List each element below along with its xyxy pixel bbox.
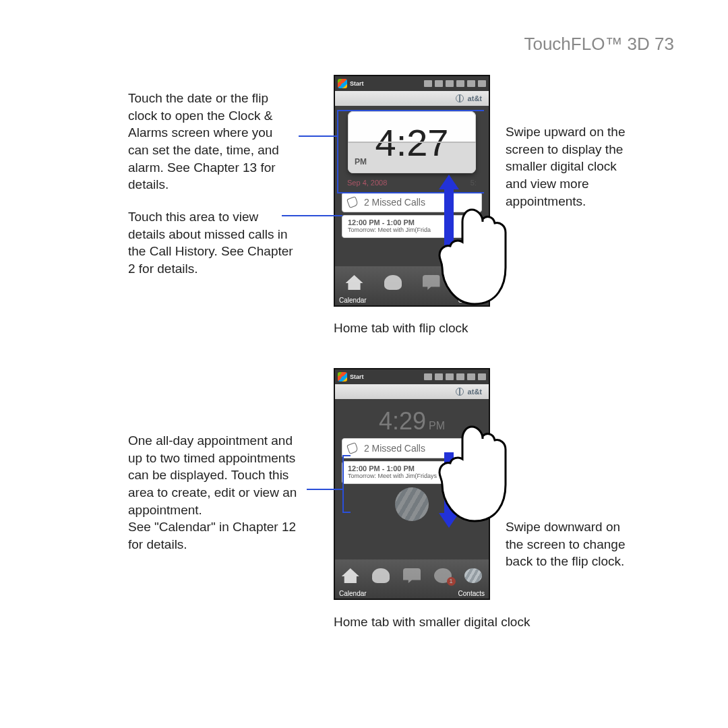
page-body: Touch the date or the flip clock to open… bbox=[54, 75, 674, 681]
carrier-label: at&t bbox=[468, 94, 482, 102]
dock-label-left[interactable]: Calendar bbox=[339, 297, 367, 304]
status-icon bbox=[478, 80, 486, 87]
mail-tab-icon[interactable] bbox=[403, 568, 421, 583]
missed-call-icon bbox=[346, 196, 359, 208]
leader-line bbox=[282, 215, 342, 216]
leader-line bbox=[342, 512, 351, 513]
status-bar: Start bbox=[335, 369, 489, 384]
leader-line bbox=[342, 455, 351, 456]
home-tab-icon[interactable] bbox=[342, 568, 359, 583]
home-tab-icon[interactable] bbox=[346, 275, 363, 290]
missed-call-icon bbox=[346, 442, 359, 454]
caption-digital-clock: Home tab with smaller digital clock bbox=[334, 613, 563, 631]
dock-label-right[interactable]: Contacts bbox=[458, 590, 485, 597]
tab-dock: 1 Calendar Contacts bbox=[335, 559, 489, 599]
people-tab-icon[interactable] bbox=[384, 275, 402, 290]
callout-missed-text: Touch this area to view details about mi… bbox=[128, 208, 297, 278]
badge: 1 bbox=[447, 577, 456, 586]
start-label: Start bbox=[350, 80, 364, 87]
start-label: Start bbox=[350, 373, 364, 380]
windows-icon bbox=[338, 79, 347, 88]
callout-swipe-up-text: Swipe upward on the screen to display th… bbox=[506, 123, 640, 210]
leader-line bbox=[299, 135, 338, 137]
leader-line bbox=[307, 489, 344, 490]
status-icon bbox=[424, 80, 432, 87]
caption-flip-clock: Home tab with flip clock bbox=[334, 320, 509, 337]
carrier-label: at&t bbox=[468, 388, 482, 396]
status-icon bbox=[424, 373, 432, 380]
callout-clock-text: Touch the date or the flip clock to open… bbox=[128, 90, 297, 193]
callout-appt-text: One all-day appointment and up to two ti… bbox=[128, 432, 303, 553]
att-globe-icon bbox=[456, 388, 464, 396]
status-icon bbox=[467, 373, 475, 380]
missed-calls-text: 2 Missed Calls bbox=[364, 443, 425, 454]
status-icon bbox=[456, 80, 464, 87]
status-icon bbox=[456, 373, 464, 380]
status-bar: Start bbox=[335, 76, 489, 91]
leader-frame bbox=[337, 110, 484, 193]
status-icon bbox=[435, 373, 443, 380]
att-globe-icon bbox=[456, 94, 464, 102]
status-icon bbox=[435, 80, 443, 87]
digital-clock-time: 4:29 bbox=[379, 407, 426, 435]
status-icon bbox=[446, 80, 454, 87]
messages-tab-icon[interactable]: 1 bbox=[434, 568, 452, 583]
status-icon bbox=[446, 373, 454, 380]
people-tab-icon[interactable] bbox=[372, 568, 390, 583]
page-header: TouchFLO™ 3D 73 bbox=[54, 34, 674, 55]
hand-icon bbox=[431, 413, 512, 535]
windows-icon bbox=[338, 372, 347, 382]
att-tab-icon[interactable] bbox=[464, 568, 482, 583]
status-icon bbox=[478, 373, 486, 380]
status-icon bbox=[467, 80, 475, 87]
missed-calls-text: 2 Missed Calls bbox=[364, 197, 425, 208]
callout-swipe-down-text: Swipe downward on the screen to change b… bbox=[506, 518, 640, 570]
carrier-bar: at&t bbox=[335, 91, 489, 106]
leader-line bbox=[342, 455, 344, 513]
dock-label-left[interactable]: Calendar bbox=[339, 590, 367, 597]
hand-icon bbox=[431, 196, 512, 317]
carrier-bar: at&t bbox=[335, 384, 489, 399]
